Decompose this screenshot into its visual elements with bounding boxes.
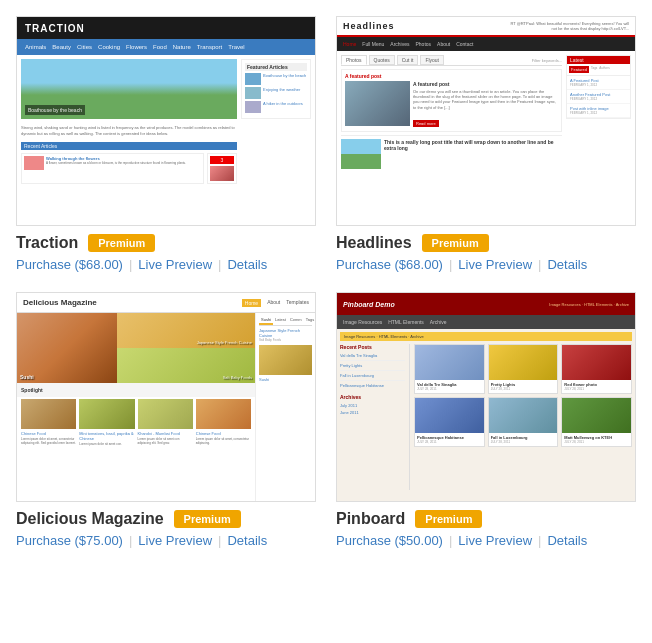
traction-nav-item: Food [153, 44, 167, 50]
traction-premium-badge: Premium [88, 234, 155, 252]
delicious-nav-home: Home [242, 299, 261, 307]
delicious-nav-templates: Templates [286, 299, 309, 307]
delicious-sidebar-tab-sushi[interactable]: Sushi [259, 316, 273, 325]
headlines-tab-cutit[interactable]: Cut it [397, 55, 419, 65]
headlines-premium-badge: Premium [422, 234, 489, 252]
pinboard-cell-3-meta: JULY 28, 2011 [564, 387, 629, 391]
headlines-logo: Headlines [343, 21, 395, 31]
headlines-sidebar-meta2: Authors [599, 66, 609, 73]
delicious-sushi-image: Sushi [17, 313, 117, 383]
pinboard-archives-title: Archives [340, 394, 405, 400]
theme-item-headlines: Headlines RT @RTPaul: What beautiful mom… [336, 16, 636, 272]
pinboard-archive-2: June 2011 [340, 410, 405, 415]
delicious-sidebar-tab-tags[interactable]: Tags [304, 316, 316, 325]
headlines-theme-name: Headlines [336, 234, 412, 252]
themes-grid: TRACTION Animals Beauty Cities Cooking F… [0, 0, 652, 564]
theme-item-pinboard: Pinboard Demo Image Resources · HTML Ele… [336, 292, 636, 548]
pinboard-theme-name: Pinboard [336, 510, 405, 528]
headlines-details-link[interactable]: Details [547, 257, 587, 272]
traction-nav-item: Cities [77, 44, 92, 50]
delicious-article-4-title: Chinese Food [196, 431, 251, 436]
delicious-nav-about: About [267, 299, 280, 307]
headlines-featured-text: On our demo you will see a thumbnail nex… [413, 89, 558, 110]
delicious-details-link[interactable]: Details [227, 533, 267, 548]
headlines-tab-quotes[interactable]: Quotes [369, 55, 395, 65]
traction-details-link[interactable]: Details [227, 257, 267, 272]
headlines-purchase-link[interactable]: Purchase ($68.00) [336, 257, 443, 272]
pinboard-fountain-image [489, 398, 558, 433]
delicious-article-1: Chinese Food Lorem ipsum dolor sit amet,… [21, 399, 76, 446]
theme-item-traction: TRACTION Animals Beauty Cities Cooking F… [16, 16, 316, 272]
headlines-tab-photos[interactable]: Photos [341, 55, 367, 65]
headlines-readmore[interactable]: Read more [413, 120, 439, 127]
delicious-preview-link[interactable]: Live Preview [138, 533, 212, 548]
traction-hero-title: Boathouse by the beach [25, 105, 85, 115]
delicious-bottom-food: Salt Baby Foods [117, 348, 255, 383]
pinboard-cell-4-meta: JULY 28, 2011 [417, 440, 482, 444]
traction-featured-label: Featured Articles [245, 63, 307, 71]
pinboard-cell-6: Matt Mullenweg on KTEH JULY 28, 2011 [561, 397, 632, 447]
delicious-article-4: Chinese Food Lorem ipsum dolor sit amet,… [196, 399, 251, 446]
delicious-article-3-title: Khandvi - Mumbai Food [138, 431, 193, 436]
headlines-nav-archives: Archives [390, 41, 409, 47]
delicious-khandvi-image [138, 399, 193, 429]
delicious-article-1-text: Lorem ipsum dolor sit amet, consectetur … [21, 437, 76, 445]
headlines-rhino-image [345, 81, 410, 126]
delicious-article-2-text: Lorem ipsum dolor sit amet con. [79, 442, 134, 446]
delicious-sidebar-tab-comments[interactable]: Comm [288, 316, 304, 325]
pinboard-cell-2: Pretty Lights JULY 28, 2011 [488, 344, 559, 394]
pinboard-preview-link[interactable]: Live Preview [458, 533, 532, 548]
pinboard-cell-6-meta: JULY 28, 2011 [564, 440, 629, 444]
pinboard-flowers-image [415, 345, 484, 380]
traction-nav-item: Beauty [52, 44, 71, 50]
delicious-spotlight-title: Spotlight [21, 385, 251, 395]
headlines-nav-fullmenu: Full Menu [362, 41, 384, 47]
headlines-long-title: This is a really long post title that wi… [384, 139, 562, 169]
delicious-top-food: Japanese Style French Cuisine [117, 313, 255, 348]
headlines-sidebar-label: Featured [569, 66, 589, 73]
headlines-screenshot: Headlines RT @RTPaul: What beautiful mom… [336, 16, 636, 226]
pinboard-leaves-image [562, 398, 631, 433]
pinboard-post-1: Val della Tre Sinaglia [340, 353, 405, 361]
pinboard-blueflowers-image [415, 398, 484, 433]
headlines-featured-label: A featured post [345, 73, 558, 79]
pinboard-cell-3: Red flower photo JULY 28, 2011 [561, 344, 632, 394]
delicious-purchase-link[interactable]: Purchase ($75.00) [16, 533, 123, 548]
traction-preview-link[interactable]: Live Preview [138, 257, 212, 272]
pinboard-red-image [562, 345, 631, 380]
pinboard-nav-html: HTML Elements [388, 319, 424, 325]
delicious-screenshot: Delicious Magazine Home About Templates … [16, 292, 316, 502]
delicious-article-2: Mini tomatoes, basil, paprika & Chinese … [79, 399, 134, 446]
pinboard-cell-1: Val della Tre Sinaglia JULY 28, 2011 [414, 344, 485, 394]
headlines-preview-link[interactable]: Live Preview [458, 257, 532, 272]
pinboard-cell-2-meta: JULY 28, 2011 [491, 387, 556, 391]
headlines-nav-contact: Contact [456, 41, 473, 47]
headlines-sidebar-meta: Tags [591, 66, 597, 73]
headlines-nav-home: Home [343, 41, 356, 47]
traction-nav-item: Animals [25, 44, 46, 50]
headlines-sidebar-latest: Latest [567, 56, 630, 64]
delicious-premium-badge: Premium [174, 510, 241, 528]
traction-sidebar-item-2: Enjoying the weather [263, 87, 300, 92]
traction-date: 3 [210, 156, 234, 164]
delicious-spotlight-section: Spotlight [17, 383, 255, 397]
pinboard-screenshot: Pinboard Demo Image Resources · HTML Ele… [336, 292, 636, 502]
headlines-sidebar-date-1: FEBRUARY 1, 2012 [570, 83, 627, 87]
traction-purchase-link[interactable]: Purchase ($68.00) [16, 257, 123, 272]
pinboard-lights-image [489, 345, 558, 380]
traction-nav-item: Travel [228, 44, 244, 50]
headlines-featured-title: A featured post [413, 81, 558, 87]
pinboard-details-link[interactable]: Details [547, 533, 587, 548]
delicious-chinese2-image [196, 399, 251, 429]
delicious-theme-name: Delicious Magazine [16, 510, 164, 528]
delicious-chinese-image [21, 399, 76, 429]
headlines-nav-about: About [437, 41, 450, 47]
delicious-article-4-text: Lorem ipsum dolor sit amet, consectetur … [196, 437, 251, 445]
delicious-sidebar-tab-latest[interactable]: Latest [273, 316, 288, 325]
headlines-tab-flyout[interactable]: Flyout [420, 55, 444, 65]
pinboard-purchase-link[interactable]: Purchase ($50.00) [336, 533, 443, 548]
traction-nav-item: Nature [173, 44, 191, 50]
pinboard-nav-archive: Archive [430, 319, 447, 325]
delicious-mini-image [79, 399, 134, 429]
delicious-sushi-label: Sushi [20, 374, 34, 380]
